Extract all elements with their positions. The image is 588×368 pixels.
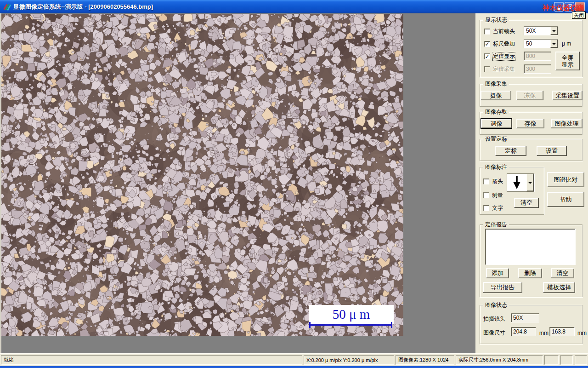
current-lens-combo-button[interactable] (550, 27, 558, 35)
save-image-button[interactable]: 存像 (516, 119, 544, 128)
scale-unit-label: μ m (562, 40, 571, 47)
status-empty-2 (560, 355, 573, 365)
checkbox-fixed-capture-box (484, 66, 490, 72)
report-add-button[interactable]: 添加 (486, 268, 509, 278)
status-bar: 就绪 X:0.200 μ m/pix Y:0.200 μ m/pix 图像像素:… (0, 353, 588, 366)
group-storage-title: 图像存取 (483, 109, 509, 115)
chevron-down-icon (552, 43, 556, 45)
down-arrow-icon (512, 175, 521, 190)
checkbox-arrow-label: 箭头 (492, 178, 503, 185)
checkbox-measure-label: 测量 (492, 191, 503, 199)
client-area: 50 μ m 显示状态 当前镜头 50X ✓ 标尺叠加 50 μ m ✓ (0, 13, 588, 353)
checkbox-current-lens-label: 当前镜头 (493, 28, 515, 35)
current-lens-combo[interactable]: 50X (524, 26, 558, 35)
fullscreen-button[interactable]: 全屏 显示 (555, 52, 580, 70)
checkbox-text[interactable]: 文字 (483, 204, 503, 212)
checkbox-fixed-capture: 定倍采集 (484, 65, 515, 73)
height-unit-label: mm (577, 330, 587, 336)
checkbox-text-box[interactable] (483, 205, 489, 211)
group-image-status: 图像状态 (480, 305, 582, 344)
status-pixels: 图像像素:1280 X 1024 (396, 355, 454, 365)
control-panel: 显示状态 当前镜头 50X ✓ 标尺叠加 50 μ m ✓ 定倍显示 800 定… (475, 13, 588, 353)
checkbox-arrow[interactable]: 箭头 (483, 178, 503, 185)
annotation-clear-button[interactable]: 清空 (514, 198, 539, 208)
report-clear-button[interactable]: 清空 (551, 268, 574, 278)
fullscreen-button-line2: 显示 (562, 61, 574, 68)
minimize-icon (557, 8, 561, 10)
scale-value: 50 (524, 40, 550, 48)
scale-value-combo[interactable]: 50 (524, 39, 558, 48)
group-capture-title: 图像采集 (483, 80, 509, 87)
scalebar-line (309, 322, 392, 328)
status-empty-3 (575, 355, 587, 365)
checkbox-current-lens[interactable]: 当前镜头 (484, 28, 515, 35)
scale-combo-button[interactable] (550, 40, 558, 48)
atlas-compare-button[interactable]: 图谱比对 (547, 172, 584, 187)
height-value-field: 163.8 (549, 327, 575, 336)
arrow-style-combo-button[interactable] (526, 174, 534, 191)
status-scale: X:0.200 μ m/pix Y:0.200 μ m/pix (304, 355, 394, 365)
capture-button[interactable]: 摄像 (481, 91, 511, 100)
scalebar-label-box: 50 μ m (309, 305, 394, 324)
checkbox-measure-box[interactable] (483, 192, 489, 198)
close-icon: ✕ (578, 4, 582, 9)
lens-value-field: 50X (511, 313, 539, 322)
freeze-button: 冻像 (516, 91, 543, 100)
group-calibration-title: 设置定标 (483, 136, 509, 142)
close-button[interactable]: ✕ (575, 2, 585, 12)
report-delete-button[interactable]: 删除 (518, 268, 542, 278)
checkbox-text-label: 文字 (492, 204, 503, 212)
fixed-display-value-field: 800 (524, 52, 551, 61)
chevron-down-icon (528, 182, 532, 184)
micrograph-image[interactable]: 50 μ m (1, 14, 403, 336)
template-select-button[interactable]: 模板选择 (543, 282, 575, 293)
group-report-title: 定倍报告 (483, 221, 509, 228)
window-bottom-border (0, 366, 588, 368)
checkbox-scale-overlay-box[interactable]: ✓ (484, 41, 490, 47)
checkbox-fixed-display-label: 定倍显示 (493, 52, 515, 60)
calibrate-button[interactable]: 定标 (495, 146, 526, 156)
scalebar-label: 50 μ m (333, 307, 370, 322)
chevron-down-icon (552, 30, 556, 32)
restore-icon (567, 4, 572, 9)
image-process-button[interactable]: 图像处理 (551, 119, 582, 128)
fullscreen-button-line1: 全屏 (562, 54, 574, 61)
group-display-status-title: 显示状态 (483, 17, 509, 23)
close-tooltip: 关闭 (572, 12, 586, 19)
checkbox-scale-overlay[interactable]: ✓ 标尺叠加 (484, 40, 515, 48)
group-image-status-title: 图像状态 (483, 302, 509, 308)
checkbox-scale-overlay-label: 标尺叠加 (493, 40, 515, 48)
minimize-button[interactable] (554, 2, 564, 12)
load-image-button[interactable]: 调像 (481, 119, 512, 128)
lens-label: 拍摄镜头 (483, 315, 505, 323)
status-actual-size: 实际尺寸:256.0mm X 204.8mm (456, 355, 543, 365)
micrograph-canvas (1, 14, 403, 336)
checkbox-fixed-display[interactable]: ✓ 定倍显示 (484, 52, 515, 60)
checkbox-measure[interactable]: 测量 (483, 191, 503, 199)
status-ready: 就绪 (1, 355, 302, 365)
capture-settings-button[interactable]: 采集设置 (552, 91, 582, 100)
restore-button[interactable] (565, 2, 574, 12)
help-button[interactable]: 帮助 (547, 192, 584, 207)
checkbox-fixed-display-box[interactable]: ✓ (484, 53, 490, 59)
size-label: 图像尺寸 (483, 329, 505, 337)
status-empty-1 (544, 355, 559, 365)
app-icon (2, 3, 11, 11)
arrow-style-preview (507, 174, 526, 191)
checkbox-arrow-box[interactable] (483, 178, 489, 184)
title-bar: 显微图像定倍系统--演示版 - [20090602055646.bmp] ✕ 神… (0, 0, 588, 13)
checkbox-current-lens-box[interactable] (484, 29, 490, 34)
width-value-field: 204.8 (511, 327, 536, 336)
group-annotation-title: 图像标注 (483, 164, 509, 170)
arrow-style-combo[interactable] (507, 173, 534, 192)
checkbox-fixed-capture-label: 定倍采集 (493, 65, 515, 73)
fixed-capture-value-field: 300 (524, 64, 551, 74)
calibration-settings-button[interactable]: 设置 (537, 146, 567, 156)
window-title: 显微图像定倍系统--演示版 - [20090602055646.bmp] (13, 3, 153, 11)
current-lens-value: 50X (524, 27, 550, 35)
report-listbox[interactable] (485, 229, 576, 265)
width-unit-label: mm (539, 330, 548, 336)
export-report-button[interactable]: 导出报告 (483, 282, 522, 293)
